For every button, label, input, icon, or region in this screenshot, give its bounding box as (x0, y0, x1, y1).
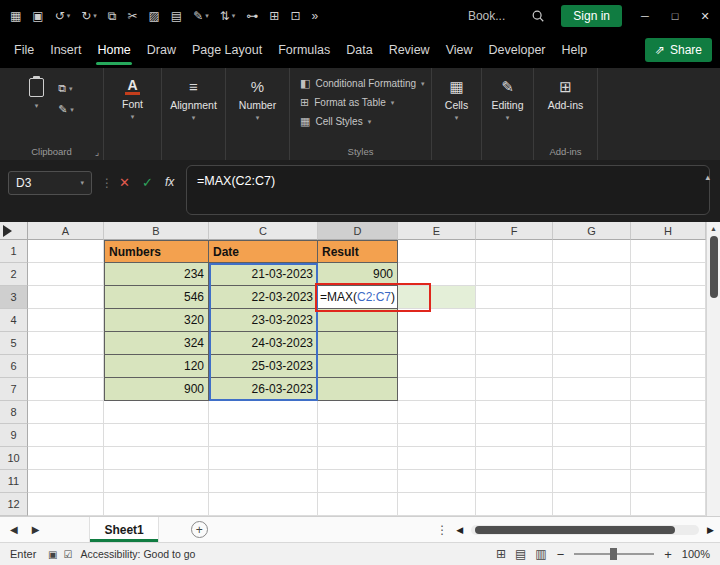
cell-A7[interactable] (28, 378, 104, 401)
horizontal-scroll-thumb[interactable] (475, 526, 675, 534)
vertical-scroll-thumb[interactable] (710, 236, 718, 298)
cell-D4[interactable] (318, 309, 398, 332)
cell-A9[interactable] (28, 424, 104, 447)
overflow-icon[interactable]: » (311, 9, 318, 23)
cell-E3[interactable] (398, 286, 476, 309)
formula-input[interactable]: =MAX(C2:C7) (186, 165, 710, 215)
cell-B5[interactable]: 324 (104, 332, 209, 355)
copy-button[interactable]: ⧉▾ (58, 82, 74, 95)
cell-H8[interactable] (631, 401, 706, 424)
cell-C5[interactable]: 24-03-2023 (209, 332, 318, 355)
cell-H6[interactable] (631, 355, 706, 378)
cell-H4[interactable] (631, 309, 706, 332)
close-button[interactable]: ✕ (690, 0, 720, 32)
cell-E4[interactable] (398, 309, 476, 332)
cell-F5[interactable] (476, 332, 553, 355)
normal-view-icon[interactable]: ⊞ (496, 547, 506, 561)
copy-icon[interactable]: ⧉ (108, 9, 117, 23)
addins-group-button[interactable]: ⊞ Add-ins Add-ins (534, 68, 598, 160)
row-header-11[interactable]: 11 (0, 470, 28, 493)
cell-A1[interactable] (28, 240, 104, 263)
cell-D11[interactable] (318, 470, 398, 493)
col-header-G[interactable]: G (553, 222, 631, 240)
share-button[interactable]: ⇗ Share (645, 38, 712, 62)
sign-in-button[interactable]: Sign in (561, 5, 622, 27)
cell-D5[interactable] (318, 332, 398, 355)
format-painter-button[interactable]: ✎▾ (58, 103, 74, 116)
col-header-F[interactable]: F (476, 222, 553, 240)
cell-F12[interactable] (476, 493, 553, 516)
redo-icon[interactable]: ↻▾ (81, 9, 97, 23)
cell-A3[interactable] (28, 286, 104, 309)
cell-G2[interactable] (553, 263, 631, 286)
row-header-3[interactable]: 3 (0, 286, 28, 309)
menu-help[interactable]: Help (554, 32, 596, 68)
cell-E12[interactable] (398, 493, 476, 516)
cell-E1[interactable] (398, 240, 476, 263)
col-header-B[interactable]: B (104, 222, 209, 240)
menu-home[interactable]: Home (89, 32, 138, 68)
cell-G3[interactable] (553, 286, 631, 309)
cell-G7[interactable] (553, 378, 631, 401)
cell-C1[interactable]: Date (209, 240, 318, 263)
cell-C3[interactable]: 22-03-2023 (209, 286, 318, 309)
row-header-5[interactable]: 5 (0, 332, 28, 355)
cell-A11[interactable] (28, 470, 104, 493)
picture-icon[interactable]: ▨ (148, 9, 159, 23)
cell-A12[interactable] (28, 493, 104, 516)
cell-D10[interactable] (318, 447, 398, 470)
cell-B9[interactable] (104, 424, 209, 447)
cell-C11[interactable] (209, 470, 318, 493)
cell-F9[interactable] (476, 424, 553, 447)
cell-D2[interactable]: 900 (318, 263, 398, 286)
cell-D6[interactable] (318, 355, 398, 378)
search-icon[interactable] (531, 9, 545, 23)
cell-F10[interactable] (476, 447, 553, 470)
macro-record-icon[interactable]: ▣ (48, 549, 57, 560)
row-header-6[interactable]: 6 (0, 355, 28, 378)
cell-F7[interactable] (476, 378, 553, 401)
cell-G6[interactable] (553, 355, 631, 378)
cell-G1[interactable] (553, 240, 631, 263)
menu-data[interactable]: Data (338, 32, 380, 68)
cell-D7[interactable] (318, 378, 398, 401)
cell-B12[interactable] (104, 493, 209, 516)
camera-icon[interactable]: ⊡ (290, 9, 300, 23)
table-icon[interactable]: ⊞ (269, 9, 279, 23)
col-header-D[interactable]: D (318, 222, 398, 240)
sheet-tab-sheet1[interactable]: Sheet1 (89, 517, 158, 542)
cut-icon[interactable]: ✂ (127, 9, 137, 23)
cell-B3[interactable]: 546 (104, 286, 209, 309)
cell-F2[interactable] (476, 263, 553, 286)
cell-B2[interactable]: 234 (104, 263, 209, 286)
cell-C2[interactable]: 21-03-2023 (209, 263, 318, 286)
cell-C9[interactable] (209, 424, 318, 447)
cell-F11[interactable] (476, 470, 553, 493)
row-header-9[interactable]: 9 (0, 424, 28, 447)
hscroll-left-icon[interactable]: ◀ (456, 525, 463, 535)
cell-D1[interactable]: Result (318, 240, 398, 263)
cell-F1[interactable] (476, 240, 553, 263)
cell-G12[interactable] (553, 493, 631, 516)
insert-function-button[interactable]: fx (165, 175, 174, 189)
cell-C8[interactable] (209, 401, 318, 424)
cell-H11[interactable] (631, 470, 706, 493)
sort-icon[interactable]: ⇅▾ (220, 9, 236, 23)
font-group-button[interactable]: A Font ▾ (104, 68, 162, 160)
menu-page-layout[interactable]: Page Layout (184, 32, 270, 68)
menu-draw[interactable]: Draw (139, 32, 184, 68)
horizontal-scrollbar[interactable] (471, 525, 699, 535)
accessibility-status[interactable]: Accessibility: Good to go (80, 548, 195, 560)
cell-D9[interactable] (318, 424, 398, 447)
sheetbar-more-icon[interactable]: ⋮ (436, 523, 448, 537)
cell-H3[interactable] (631, 286, 706, 309)
select-all-corner[interactable] (0, 222, 28, 240)
enter-button[interactable]: ✓ (142, 175, 153, 190)
format-painter-icon[interactable]: ✎▾ (193, 9, 209, 23)
sheet-nav-left-icon[interactable]: ◀ (10, 524, 18, 535)
menu-review[interactable]: Review (381, 32, 438, 68)
cell-G11[interactable] (553, 470, 631, 493)
row-header-1[interactable]: 1 (0, 240, 28, 263)
cell-C4[interactable]: 23-03-2023 (209, 309, 318, 332)
col-header-A[interactable]: A (28, 222, 104, 240)
